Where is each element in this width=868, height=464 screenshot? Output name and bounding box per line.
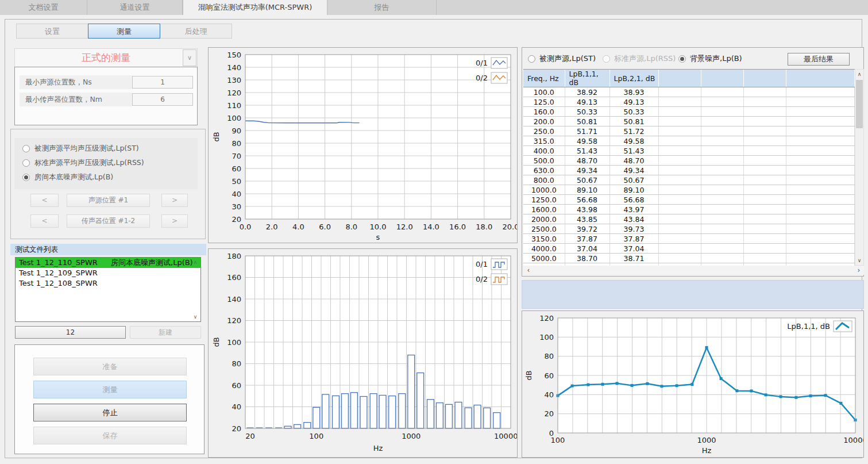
table-cell: 37.04 <box>565 244 609 254</box>
table-row[interactable]: 4000.037.0437.04 <box>523 244 855 254</box>
subtab-measure[interactable]: 测量 <box>88 24 160 39</box>
table-row[interactable]: 1250.056.6856.68 <box>523 195 855 205</box>
file-count-button[interactable]: 12 <box>15 326 126 339</box>
table-cell <box>743 175 786 185</box>
mic-prev-button[interactable]: < <box>30 214 59 228</box>
table-row[interactable]: 1000.089.1089.10 <box>523 185 855 195</box>
final-result-button[interactable]: 最后结果 <box>788 53 850 66</box>
radio-icon[interactable] <box>603 55 610 63</box>
table-cell: 89.10 <box>609 185 658 195</box>
svg-text:120: 120 <box>227 316 241 325</box>
table-cell <box>658 156 701 166</box>
table-row[interactable]: 250.051.7151.72 <box>523 126 855 136</box>
table-cell <box>658 224 701 234</box>
table-cell: 51.71 <box>565 126 609 136</box>
scrollbar-thumb[interactable] <box>856 80 863 128</box>
table-row[interactable]: 1600.043.9843.97 <box>523 205 855 214</box>
source-prev-button[interactable]: < <box>30 194 59 207</box>
table-row[interactable]: 2500.039.7239.73 <box>523 224 855 234</box>
scroll-left-icon[interactable]: ‹ <box>524 266 533 274</box>
test-file-list[interactable]: Test 1_12_110_SPWR房间本底噪声测试,Lp(B)Test 1_1… <box>15 257 201 322</box>
table-cell <box>743 234 786 244</box>
tab-document-settings[interactable]: 文档设置 <box>0 0 87 15</box>
table-row[interactable]: 800.050.6750.67 <box>523 175 855 185</box>
table-cell <box>701 224 743 234</box>
measurement-mode-combobox[interactable]: 正式的测量 ∨ <box>14 48 198 67</box>
svg-text:18.0: 18.0 <box>476 223 492 231</box>
chevron-down-icon[interactable]: ∨ <box>183 49 196 66</box>
new-file-button[interactable]: 新建 <box>130 326 201 339</box>
tab-mcr-spwr[interactable]: 混响室法测试声功率(MCR-SPWR) <box>183 0 327 15</box>
table-cell <box>743 117 786 126</box>
table-cell <box>658 195 701 205</box>
table-cell <box>743 107 786 117</box>
table-cell: 38.93 <box>609 87 658 97</box>
table-row[interactable]: 125.049.1349.13 <box>523 97 855 107</box>
table-vertical-scrollbar[interactable]: ∧ ∨ <box>855 69 864 266</box>
table-cell <box>786 107 855 117</box>
radio-selected-icon[interactable] <box>678 55 686 63</box>
table-row[interactable]: 160.050.3350.33 <box>523 107 855 117</box>
subtab-settings[interactable]: 设置 <box>16 24 88 39</box>
radio-lp-st[interactable]: 被测声源平均声压级测试,Lp(ST) <box>14 141 198 156</box>
table-row[interactable]: 500.048.7048.70 <box>523 156 855 166</box>
table-cell <box>701 195 743 205</box>
scroll-down-icon[interactable]: ∨ <box>192 314 199 320</box>
min-mic-positions-field[interactable]: 6 <box>132 93 193 106</box>
prepare-button[interactable]: 准备 <box>33 358 187 375</box>
radio-icon[interactable] <box>22 145 30 152</box>
table-cell <box>701 126 743 136</box>
table-cell <box>701 146 743 156</box>
table-cell <box>786 224 855 234</box>
table-cell <box>743 87 786 97</box>
scroll-up-icon[interactable]: ∧ <box>192 259 199 265</box>
test-file-item[interactable]: Test 1_12_109_SPWR <box>16 268 200 278</box>
table-cell: 315.0 <box>523 136 565 146</box>
mic-next-button[interactable]: > <box>161 214 188 228</box>
table-row[interactable]: 5000.038.7038.71 <box>523 254 855 263</box>
table-row[interactable]: 630.049.3449.34 <box>523 166 855 175</box>
table-row[interactable]: 400.051.4351.43 <box>523 146 855 156</box>
table-horizontal-scrollbar[interactable]: ‹ › <box>523 266 864 275</box>
radio-icon[interactable] <box>528 55 535 63</box>
table-row[interactable]: 200.050.8150.81 <box>523 117 855 126</box>
min-source-positions-field[interactable]: 1 <box>132 76 193 89</box>
source-position-button[interactable]: 声源位置 #1 <box>67 194 150 207</box>
filter-lp-st[interactable]: 被测声源,Lp(ST) <box>528 53 596 64</box>
radio-lp-b[interactable]: 房间本底噪声测试,Lp(B) <box>14 170 198 185</box>
table-row[interactable]: 315.049.5849.58 <box>523 136 855 146</box>
save-button[interactable]: 保存 <box>33 427 187 444</box>
scroll-down-icon[interactable]: ∨ <box>855 256 863 264</box>
spectrum-chart-panel: 2040608010012014016018020100100010000Hzd… <box>208 248 518 458</box>
test-file-item[interactable]: Test 1_12_110_SPWR房间本底噪声测试,Lp(B) <box>16 258 200 268</box>
scroll-up-icon[interactable]: ∧ <box>855 70 863 78</box>
radio-lp-st-label: 被测声源平均声压级测试,Lp(ST) <box>34 144 139 154</box>
results-table[interactable]: Freq., HzLpB,1,1, dBLpB,2,1, dB 100.038.… <box>523 70 855 266</box>
table-cell <box>743 254 786 263</box>
radio-selected-icon[interactable] <box>22 174 30 181</box>
scroll-right-icon[interactable]: › <box>855 266 863 274</box>
tab-report[interactable]: 报告 <box>327 0 437 15</box>
svg-text:10.0: 10.0 <box>370 223 387 231</box>
mic-position-button[interactable]: 传声器位置 #1-2 <box>67 214 150 228</box>
table-row[interactable]: 2000.043.8543.84 <box>523 214 855 224</box>
table-row[interactable]: 100.038.9238.93 <box>523 87 855 97</box>
tab-channel-settings[interactable]: 通道设置 <box>87 0 183 15</box>
table-cell: 5000.0 <box>523 254 565 263</box>
table-row[interactable]: 3150.037.8737.87 <box>523 234 855 244</box>
radio-icon[interactable] <box>22 159 30 167</box>
filter-lp-b[interactable]: 背景噪声,Lp(B) <box>678 53 742 64</box>
table-cell: 49.34 <box>609 166 658 175</box>
source-next-button[interactable]: > <box>161 194 188 207</box>
test-file-item[interactable]: Test 1_12_108_SPWR <box>16 278 200 289</box>
table-cell <box>701 87 743 97</box>
table-cell <box>658 214 701 224</box>
stop-button[interactable]: 停止 <box>33 404 187 421</box>
measure-button[interactable]: 测量 <box>33 381 187 398</box>
radio-lp-rss[interactable]: 标准声源平均声压级测试,Lp(RSS) <box>14 156 198 170</box>
filter-lp-rss[interactable]: 标准声源,Lp(RSS) <box>603 53 676 64</box>
table-cell <box>786 185 855 195</box>
subtab-postprocess[interactable]: 后处理 <box>160 24 232 39</box>
svg-text:70: 70 <box>232 152 241 160</box>
svg-text:4.0: 4.0 <box>292 223 304 231</box>
